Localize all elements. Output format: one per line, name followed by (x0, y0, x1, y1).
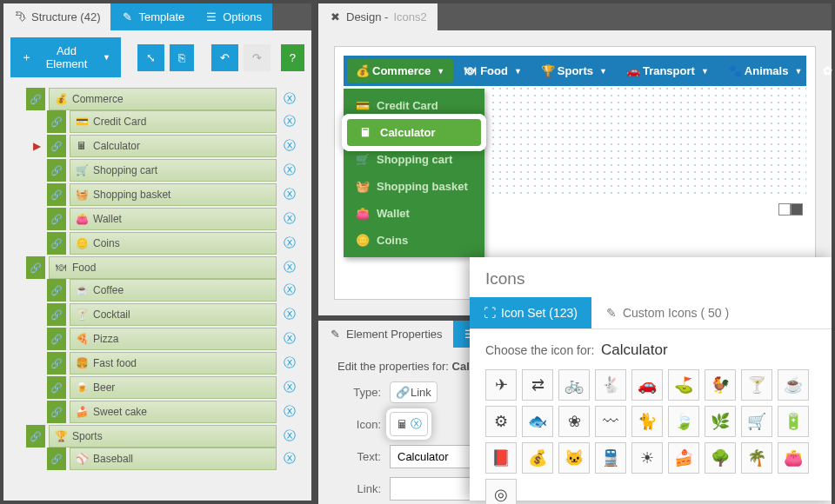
chevron-down-icon: ▼ (701, 67, 709, 76)
remove-icon[interactable]: ⓧ (284, 404, 296, 420)
menu-item-transport[interactable]: 🚗Transport▼ (618, 59, 718, 83)
popup-title: Icons (470, 257, 832, 297)
dropdown-item[interactable]: 🛒Shopping cart (344, 146, 484, 173)
tab-design[interactable]: ✖Design - Icons2 (318, 3, 438, 30)
remove-icon[interactable]: ⓧ (284, 91, 296, 107)
type-selector[interactable]: 🔗Link (390, 381, 438, 403)
tree-item[interactable]: 🔗 🍰Sweet cake ⓧ (47, 401, 296, 423)
icon-option[interactable]: 🐈 (631, 406, 663, 437)
icon-selector[interactable]: 🖩ⓧ (390, 412, 428, 436)
dropdown-item[interactable]: 🖩Calculator (347, 119, 481, 146)
tree-item[interactable]: 🔗 ⚾Baseball ⓧ (47, 448, 296, 470)
icon-option[interactable]: 👛 (778, 442, 809, 474)
icon-option[interactable]: ☀ (631, 442, 663, 474)
tree-category[interactable]: 🔗 🏆Sports ⓧ (26, 425, 296, 448)
tree-item[interactable]: 🔗 🪙Coins ⓧ (47, 232, 296, 255)
icon-option[interactable]: 🐟 (522, 406, 553, 437)
collapse-button[interactable]: ⤡ (137, 44, 164, 71)
icon-option[interactable]: 🐱 (558, 442, 590, 474)
icon-option[interactable]: 🌴 (741, 442, 772, 474)
remove-icon[interactable]: ⓧ (284, 162, 296, 178)
dropdown-item[interactable]: 🪙Coins (344, 227, 484, 254)
tree-item[interactable]: 🔗 🛒Shopping cart ⓧ (47, 159, 296, 182)
remove-icon[interactable]: ⓧ (284, 380, 296, 395)
chevron-down-icon: ▼ (794, 67, 802, 76)
icon-option[interactable]: ✈ (485, 369, 517, 401)
remove-icon[interactable]: ⓧ (284, 211, 296, 227)
remove-icon[interactable]: ⓧ (284, 451, 296, 467)
tree-item[interactable]: 🔗 ☕Coffee ⓧ (47, 279, 296, 302)
dropdown-item[interactable]: 🧺Shopping basket (344, 173, 484, 200)
icon-option[interactable]: 🍰 (668, 442, 699, 474)
dropdown-item[interactable]: 💳Credit Card (344, 92, 484, 119)
remove-icon[interactable]: ⓧ (284, 114, 296, 129)
icon-option[interactable]: 🐓 (705, 369, 736, 401)
left-tabs: ⮷Structure (42) ✎Template ☰Options (3, 3, 311, 30)
icon-option[interactable]: 🔋 (778, 406, 809, 437)
copy-button[interactable]: ⎘ (170, 44, 194, 71)
menu-item-food[interactable]: 🍽Food▼ (455, 59, 531, 83)
tab-element-properties[interactable]: ✎Element Properties (318, 321, 453, 348)
link-icon: 🔗 (396, 386, 408, 399)
link-icon: 🔗 (26, 88, 45, 110)
tab-template[interactable]: ✎Template (110, 3, 195, 30)
structure-tree: 🔗 💰Commerce ⓧ 🔗 💳Credit Card ⓧ ▶ 🔗 🖩Calc… (3, 84, 311, 504)
icon-option[interactable]: 🚆 (595, 442, 626, 474)
tree-category[interactable]: 🔗 💰Commerce ⓧ (26, 88, 296, 110)
icon-option[interactable]: 💰 (522, 442, 553, 474)
tab-custom-icons[interactable]: ✎Custom Icons ( 50 ) (591, 297, 743, 328)
tools-icon: ✖ (329, 10, 341, 23)
menu-item-animals[interactable]: 🐾Animals▼ (719, 59, 812, 83)
remove-icon[interactable]: ⓧ (284, 307, 296, 322)
icon-option[interactable]: 🐇 (595, 369, 626, 401)
tab-options[interactable]: ☰Options (195, 3, 272, 30)
icon-option[interactable]: 🍸 (741, 369, 772, 401)
menu-item-commerce[interactable]: 💰Commerce▼ (347, 59, 453, 83)
choose-label: Choose the icon for: Calculator (485, 342, 816, 359)
icon-option[interactable]: 🚲 (558, 369, 590, 401)
remove-icon[interactable]: ⓧ (284, 428, 296, 444)
icon-option[interactable]: 🌳 (705, 442, 736, 474)
tree-item[interactable]: ▶ 🔗 🖩Calculator ⓧ (47, 135, 296, 157)
link-icon: 🔗 (47, 448, 66, 470)
remove-icon[interactable]: ⓧ (284, 331, 296, 347)
remove-icon[interactable]: ⓧ (284, 187, 296, 202)
tree-item[interactable]: 🔗 💳Credit Card ⓧ (47, 110, 296, 133)
tree-item[interactable]: 🔗 👛Wallet ⓧ (47, 208, 296, 230)
remove-icon[interactable]: ⓧ (284, 355, 296, 371)
structure-toolbar: ＋Add Element▼ ⤡ ⎘ ↶ ↷ ? (3, 30, 311, 84)
tree-item[interactable]: 🔗 🍺Beer ⓧ (47, 376, 296, 399)
link-icon: 🔗 (47, 328, 66, 350)
remove-icon[interactable]: ⓧ (284, 260, 296, 275)
dropdown-item[interactable]: 👛Wallet (344, 200, 484, 227)
tab-icon-set[interactable]: ⛶Icon Set (123) (470, 297, 591, 328)
icon-option[interactable]: 🛒 (741, 406, 772, 437)
remove-icon[interactable]: ⓧ (284, 235, 296, 251)
tab-structure[interactable]: ⮷Structure (42) (3, 3, 110, 30)
help-button[interactable]: ? (281, 44, 304, 71)
link-icon: 🔗 (47, 376, 66, 399)
icon-option[interactable]: ⚙ (485, 406, 517, 437)
tree-item[interactable]: 🔗 🍕Pizza ⓧ (47, 328, 296, 350)
tree-item[interactable]: 🔗 🧺Shopping basket ⓧ (47, 183, 296, 206)
remove-icon[interactable]: ⓧ (284, 282, 296, 298)
icon-option[interactable]: ⇄ (522, 369, 553, 401)
tree-item[interactable]: 🔗 🍔Fast food ⓧ (47, 352, 296, 375)
undo-button[interactable]: ↶ (211, 44, 238, 71)
icon-option[interactable]: ◎ (485, 479, 517, 504)
tree-item[interactable]: 🔗 🍸Cocktail ⓧ (47, 303, 296, 326)
menu-item-sports[interactable]: 🏆Sports▼ (532, 59, 616, 83)
icon-option[interactable]: ⛳ (668, 369, 699, 401)
icon-option[interactable]: 🌿 (705, 406, 736, 437)
icon-option[interactable]: 〰 (595, 406, 626, 437)
tree-category[interactable]: 🔗 🍽Food ⓧ (26, 256, 296, 279)
icon-option[interactable]: 🍃 (668, 406, 699, 437)
icon-option[interactable]: 📕 (485, 442, 517, 474)
icon-option[interactable]: ❀ (558, 406, 590, 437)
icon-option[interactable]: 🚗 (631, 369, 663, 401)
redo-button[interactable]: ↷ (244, 44, 271, 71)
remove-icon[interactable]: ⓧ (284, 138, 296, 154)
add-element-button[interactable]: ＋Add Element▼ (10, 37, 121, 77)
clear-icon[interactable]: ⓧ (411, 416, 422, 432)
icon-option[interactable]: ☕ (778, 369, 809, 401)
